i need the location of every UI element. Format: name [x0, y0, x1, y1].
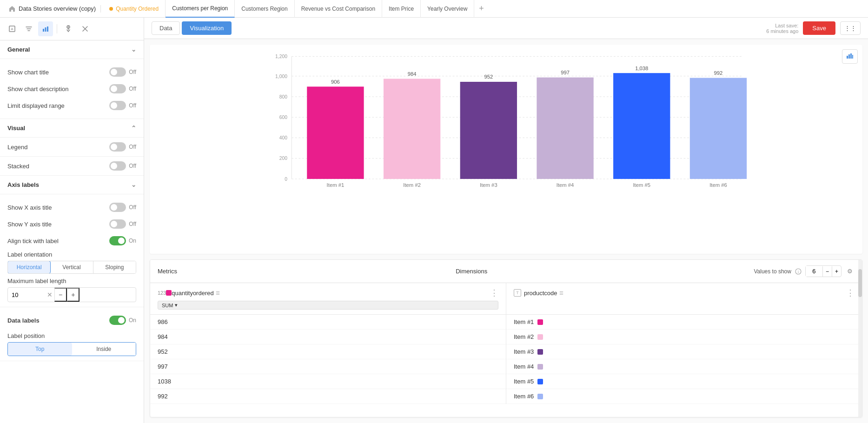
left-toolbar: A — [0, 18, 144, 40]
legend-toggle[interactable] — [109, 142, 126, 152]
bar-item6[interactable] — [690, 78, 747, 179]
svg-text:200: 200 — [279, 156, 288, 161]
chart-tool-button[interactable] — [38, 21, 53, 36]
visualization-tab[interactable]: Visualization — [182, 21, 232, 35]
increment-label-length-button[interactable]: + — [67, 288, 80, 302]
axis-labels-body: Show X axis title Off Show Y axis title — [0, 194, 144, 307]
more-options-button[interactable]: ⋮⋮ — [840, 21, 861, 35]
values-count-input[interactable] — [806, 266, 822, 277]
table-row: Item #6 — [506, 389, 862, 404]
show-y-axis-toggle[interactable] — [109, 219, 126, 229]
pos-inside-button[interactable]: Inside — [72, 343, 136, 356]
save-button[interactable]: Save — [803, 21, 835, 35]
svg-text:997: 997 — [561, 70, 570, 75]
tab-revenue[interactable]: Revenue vs Cost Comparison — [295, 0, 382, 18]
tab-yearly[interactable]: Yearly Overview — [421, 0, 474, 18]
tab-item-price[interactable]: Item Price — [382, 0, 421, 18]
table-row: 952 — [150, 344, 506, 359]
bar-item4[interactable] — [537, 78, 593, 179]
show-x-axis-toggle[interactable] — [109, 203, 126, 212]
home-icon — [8, 5, 16, 13]
dimensions-values-col: Item #1 Item #2 Item #3 — [506, 315, 862, 404]
svg-text:Item #4: Item #4 — [557, 182, 574, 188]
data-labels-toggle[interactable] — [109, 316, 126, 325]
close-panel-button[interactable] — [78, 21, 93, 36]
dim-color-swatch — [537, 334, 543, 340]
pos-top-button[interactable]: Top — [8, 343, 72, 356]
bar-item5[interactable] — [613, 73, 670, 179]
svg-text:A: A — [11, 27, 13, 31]
limit-range-toggle[interactable] — [109, 101, 126, 110]
svg-text:992: 992 — [714, 70, 723, 76]
tab-quantity[interactable]: Quantity Ordered — [103, 0, 166, 18]
view-tabs: Data Visualization — [152, 21, 232, 35]
tab-customers-region[interactable]: Customers Region — [235, 0, 294, 18]
chart-area: 0 200 400 600 800 1,000 1,200 906 Item #… — [150, 45, 862, 254]
settings-panel: General ⌄ Show chart title Off Show char… — [0, 40, 144, 361]
metric-definition-row: 123 quantityordered ☰ ⋮ SUM ▾ — [150, 283, 862, 315]
decrement-label-length-button[interactable]: − — [54, 288, 67, 302]
svg-text:1,038: 1,038 — [635, 66, 648, 71]
bar-item3[interactable] — [460, 82, 517, 179]
svg-text:0: 0 — [285, 177, 287, 182]
legend-row: Legend Off — [0, 138, 144, 157]
metric-definition-cell: 123 quantityordered ☰ ⋮ SUM ▾ — [150, 283, 506, 314]
table-row: 997 — [150, 359, 506, 374]
metric-aggregation-row: SUM ▾ — [158, 301, 498, 310]
add-tab-button[interactable]: + — [474, 4, 489, 13]
decrement-values-button[interactable]: − — [822, 266, 832, 277]
orient-horizontal-button[interactable]: Horizontal — [7, 261, 51, 274]
dimension-definition-cell: T productcode ☰ ⋮ — [506, 283, 862, 314]
scrollbar-thumb[interactable] — [858, 269, 862, 297]
filter-tool-button[interactable] — [21, 21, 36, 36]
show-chart-title-row: Show chart title Off — [7, 64, 136, 80]
chart-icon — [42, 25, 49, 33]
limit-displayed-range-row: Limit displayed range Off — [7, 97, 136, 114]
text-icon: A — [8, 25, 16, 33]
dimension-drag-icon: ☰ — [559, 291, 563, 296]
table-header: Metrics Dimensions Values to show i − + … — [150, 260, 862, 283]
dim-color-swatch — [537, 349, 543, 355]
orient-vertical-button[interactable]: Vertical — [50, 261, 93, 273]
axis-labels-section-header[interactable]: Axis labels ⌄ — [0, 176, 144, 194]
clear-label-length-button[interactable]: ✕ — [45, 291, 54, 298]
chart-type-button[interactable] — [842, 49, 858, 64]
table-row: 984 — [150, 330, 506, 344]
visual-section-header[interactable]: Visual ⌃ — [0, 119, 144, 138]
svg-text:400: 400 — [279, 135, 288, 140]
label-orientation-section: Label orientation Horizontal Vertical Sl… — [7, 251, 136, 274]
text-tool-button[interactable]: A — [5, 21, 20, 36]
stacked-toggle[interactable] — [109, 161, 126, 171]
general-section-header[interactable]: General ⌄ — [0, 40, 144, 59]
axis-chevron: ⌄ — [131, 181, 136, 188]
pin-tool-button[interactable] — [61, 21, 76, 36]
max-label-length-input-group: 10 ✕ − + — [7, 287, 136, 302]
app-title: Data Stories overview (copy) — [4, 5, 101, 13]
last-save-info: Last save: 6 minutes ago — [766, 23, 798, 34]
metrics-column-header: Metrics — [158, 268, 456, 275]
data-tab[interactable]: Data — [152, 21, 180, 35]
align-tick-toggle[interactable] — [109, 236, 126, 245]
dimension-more-button[interactable]: ⋮ — [846, 288, 855, 298]
metric-more-button[interactable]: ⋮ — [490, 288, 498, 298]
bar-item2[interactable] — [384, 79, 440, 179]
table-row: 1038 — [150, 374, 506, 389]
filter-icon — [25, 25, 33, 33]
topbar: Data Stories overview (copy) Quantity Or… — [0, 0, 868, 18]
svg-rect-2 — [43, 29, 44, 32]
max-label-length-input[interactable]: 10 — [8, 289, 45, 301]
tab-customers-per-region[interactable]: Customers per Region — [166, 0, 235, 18]
svg-text:1,200: 1,200 — [275, 54, 287, 59]
orient-sloping-button[interactable]: Sloping — [93, 261, 136, 273]
svg-rect-7 — [848, 54, 850, 59]
show-chart-description-toggle[interactable] — [109, 84, 126, 93]
dim-color-swatch — [537, 319, 543, 325]
show-chart-title-toggle[interactable] — [109, 67, 126, 77]
table-settings-button[interactable]: ⚙ — [845, 266, 855, 277]
scrollbar[interactable] — [858, 260, 862, 417]
bar-item1[interactable] — [307, 86, 364, 179]
dimension-type-icon: T — [514, 289, 521, 297]
svg-rect-6 — [847, 56, 848, 59]
increment-values-button[interactable]: + — [832, 266, 841, 277]
aggregation-badge[interactable]: SUM ▾ — [158, 301, 498, 310]
